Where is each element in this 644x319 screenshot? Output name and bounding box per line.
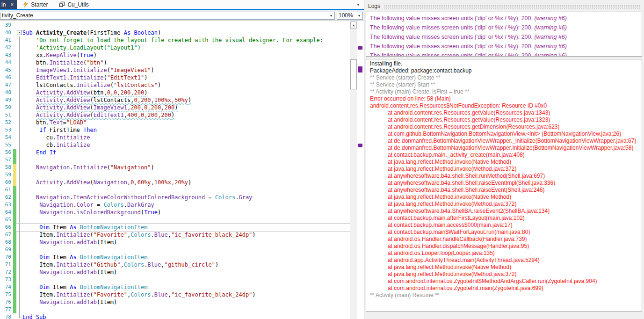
code-line[interactable]: 46 EditText1.Initialize("EditText1")	[0, 74, 350, 81]
logs-title: Logs	[368, 3, 380, 9]
outline-guide	[16, 216, 22, 224]
log-entry-error: at android.os.Handler.dispatchMessage(Ha…	[370, 243, 638, 250]
code-line[interactable]: 45 ImageView1.Initialize("ImageView1")	[0, 66, 350, 74]
gutter-marker-saved	[13, 224, 16, 231]
code-line[interactable]: 73	[0, 276, 350, 283]
code-line[interactable]: 62 Navigation.ItemActiveColorWithoutColo…	[0, 194, 350, 201]
bookmark-marker[interactable]	[358, 144, 362, 147]
line-number: 60	[0, 179, 12, 186]
code-text: Dim Item As BottomNavigationItem	[22, 224, 350, 231]
log-entry-error: at contact.backup.main.afterFirstLayout(…	[370, 215, 638, 222]
warning-squiggle: Activity.AddView(btn,0,0,200,200)	[36, 89, 147, 96]
code-line[interactable]: 47 lstContacts.Initialize("lstContacts")	[0, 81, 350, 89]
warnings-log-box[interactable]: The following value misses screen units …	[366, 12, 642, 57]
sub-selector-dropdown[interactable]: tivity_Create ▾	[0, 12, 335, 20]
code-line[interactable]: 49 Activity.AddView(lstContacts,0,200,10…	[0, 96, 350, 104]
code-line[interactable]: 74 Dim Item As BottomNavigationItem	[0, 283, 350, 291]
code-line[interactable]: 42 'Activity.LoadLayout("Layout1")	[0, 44, 350, 51]
tab-list-chevron-down-icon[interactable]: ▾	[352, 0, 364, 9]
code-line[interactable]: 68 Navigation.addTab(Item)	[0, 239, 350, 246]
log-entry: Installing file.	[370, 60, 638, 67]
log-entry-error: at java.lang.reflect.Method.invoke(Metho…	[370, 271, 638, 278]
line-number: 48	[0, 89, 12, 96]
zoom-selector-dropdown[interactable]: 100% ▾	[337, 12, 363, 20]
line-number: 59	[0, 171, 12, 179]
code-line[interactable]: 65	[0, 216, 350, 224]
code-line[interactable]: 53 If FirstTime Then	[0, 126, 350, 134]
code-text	[22, 22, 350, 29]
code-line[interactable]: 70 Dim Item As BottomNavigationItem	[0, 254, 350, 261]
log-entry-error: at java.lang.reflect.Method.invoke(Nativ…	[370, 159, 638, 166]
collapse-toggle-icon[interactable]	[16, 29, 22, 36]
line-number: 41	[0, 36, 12, 44]
code-line[interactable]: 67 Item.Initialize("Favorite",Colors.Blu…	[0, 231, 350, 239]
bookmark-marker[interactable]	[358, 66, 362, 72]
code-line[interactable]: 41 'Do not forget to load the layout fil…	[0, 36, 350, 44]
chevron-down-icon[interactable]: ▾	[329, 14, 333, 18]
module-icon	[59, 1, 65, 7]
line-number: 68	[0, 239, 12, 246]
outline-guide	[16, 149, 22, 156]
code-line[interactable]: 50 Activity.AddView(ImageView1,200,0,200…	[0, 104, 350, 111]
line-number: 40	[0, 29, 12, 36]
log-entry: ** Activity (main) Create, isFirst = tru…	[370, 88, 638, 95]
code-text: Navigation.Initialize("Navigation")	[22, 164, 350, 171]
code-line[interactable]: 72 Navigation.addTab(Item)	[0, 268, 350, 276]
code-line[interactable]: 64 Navigation.isColoredBackground(True)	[0, 209, 350, 216]
outline-guide	[16, 171, 22, 179]
scrollbar-thumb[interactable]	[350, 59, 357, 89]
code-line[interactable]: 43 xx.KeepAlive(True)	[0, 51, 350, 59]
code-line[interactable]: 75 Item.Initialize("Favorite",Colors.Blu…	[0, 291, 350, 298]
code-line[interactable]: 52 btn.Text="LOAD"	[0, 119, 350, 126]
code-line[interactable]: 76 Navigation.addTab(Item)	[0, 298, 350, 306]
code-line[interactable]: 54 cu.Initialize	[0, 134, 350, 141]
code-line[interactable]: 78End Sub	[0, 313, 350, 319]
bookmark-marker[interactable]	[358, 46, 362, 50]
code-editor[interactable]: 3940Sub Activity_Create(FirstTime As Boo…	[0, 21, 364, 319]
outline-guide	[16, 306, 22, 313]
tab-starter[interactable]: Starter	[17, 0, 53, 9]
code-line[interactable]: 44 btn.Initialize("btn")	[0, 59, 350, 66]
tab-starter-label: Starter	[31, 1, 48, 8]
log-entry-error: at anywheresoftware.b4a.shell.Shell.runM…	[370, 173, 638, 180]
code-line[interactable]: 51 Activity.AddView(EditText1,400,0,200,…	[0, 111, 350, 119]
warning-squiggle: Activity.AddView(EditText1,400,0,200,200…	[36, 112, 174, 118]
editor-scrollbar[interactable]: ▲	[350, 21, 357, 319]
close-icon[interactable]: ×	[10, 2, 14, 7]
device-log-box[interactable]: Installing file.PackageAdded: package:co…	[366, 59, 642, 312]
chevron-down-icon[interactable]: ▾	[357, 14, 362, 18]
code-line[interactable]: 57	[0, 156, 350, 164]
code-line[interactable]: 55 cb.Initialize	[0, 141, 350, 149]
code-text: If FirstTime Then	[22, 126, 350, 134]
code-text: End Sub	[22, 313, 350, 319]
scroll-up-icon[interactable]: ▲	[350, 22, 357, 29]
code-line[interactable]: 61	[0, 186, 350, 194]
line-number: 43	[0, 51, 12, 59]
b4a-ide-window: in × Starter Cu_Utils	[0, 0, 644, 319]
logs-panel-header[interactable]: Logs	[364, 0, 644, 11]
code-line[interactable]: 77	[0, 306, 350, 313]
code-line[interactable]: 48 Activity.AddView(btn,0,0,200,200)	[0, 89, 350, 96]
gutter-marker-saved	[13, 156, 16, 164]
code-line[interactable]: 56 End If	[0, 149, 350, 156]
code-text: Activity.AddView(Navigation,0,60%y,100%x…	[22, 179, 350, 186]
code-line[interactable]: 69	[0, 246, 350, 254]
panel-grip-texture	[384, 5, 641, 9]
code-line[interactable]: 39	[0, 22, 350, 29]
code-line[interactable]: 40Sub Activity_Create(FirstTime As Boole…	[0, 29, 350, 36]
code-text: xx.KeepAlive(True)	[22, 51, 350, 59]
tab-cu-utils[interactable]: Cu_Utils	[53, 0, 94, 9]
tab-main[interactable]: in ×	[0, 0, 17, 9]
log-entry-error: at contact.backup.main$WaitForLayout.run…	[370, 229, 638, 236]
line-number: 71	[0, 261, 12, 268]
gutter-marker-saved	[13, 239, 16, 246]
code-line[interactable]: 58 Navigation.Initialize("Navigation")	[0, 164, 350, 171]
editor-panel: in × Starter Cu_Utils	[0, 0, 364, 319]
line-number: 54	[0, 134, 12, 141]
code-line[interactable]: 71 Item.Initialize("Github",Colors.Blue,…	[0, 261, 350, 268]
code-line[interactable]: 59	[0, 171, 350, 179]
code-line[interactable]: 66 Dim Item As BottomNavigationItem	[0, 224, 350, 231]
outline-guide	[16, 231, 22, 239]
code-line[interactable]: 60 Activity.AddView(Navigation,0,60%y,10…	[0, 179, 350, 186]
code-line[interactable]: 63 Navigation.Color = Colors.DarkGray	[0, 201, 350, 209]
